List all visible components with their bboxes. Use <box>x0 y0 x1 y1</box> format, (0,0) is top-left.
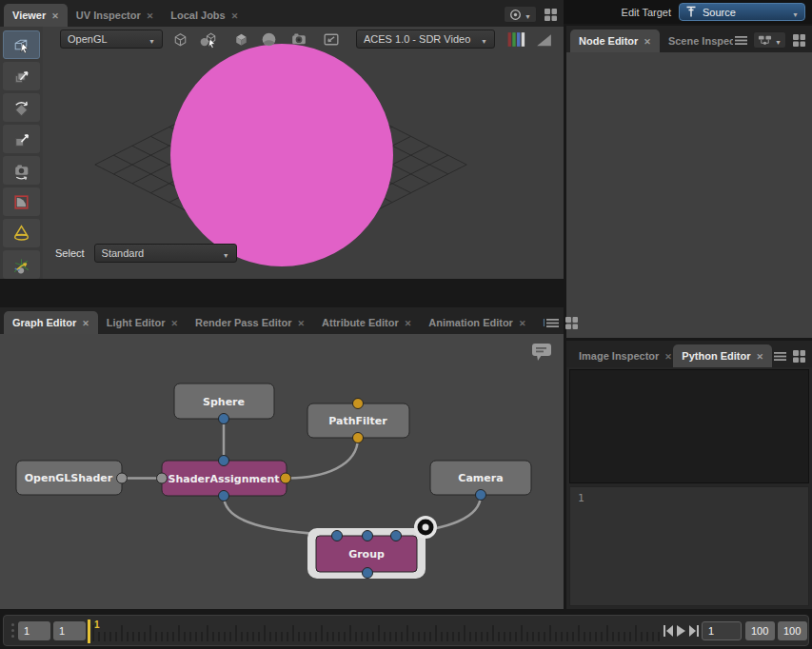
hamburger-menu-icon[interactable] <box>735 35 747 46</box>
expansion-mode-icon[interactable] <box>198 30 220 49</box>
translate-tool-icon <box>11 67 31 87</box>
layout-grid-icon[interactable] <box>564 316 579 330</box>
camera-tool-icon <box>11 161 31 181</box>
tab-light-editor[interactable]: Light Editor <box>98 311 187 334</box>
line-number: 1 <box>578 492 584 504</box>
hamburger-menu-icon[interactable] <box>546 318 559 328</box>
timeline-inner: 1 1 1 1 100 <box>3 615 809 646</box>
viewer-body: OpenGL <box>0 27 564 279</box>
layout-grid-icon[interactable] <box>792 33 806 48</box>
tab-animation-editor[interactable]: Animation Editor <box>420 311 534 334</box>
channel-rgb-icon[interactable] <box>506 31 526 48</box>
playback-range-start-field[interactable]: 1 <box>53 621 86 640</box>
svg-text:Sphere: Sphere <box>203 396 245 408</box>
scale-tool-icon <box>11 129 31 149</box>
tab-graph-editor[interactable]: Graph Editor <box>4 311 98 334</box>
camera-tool-button[interactable] <box>3 156 40 185</box>
close-icon[interactable] <box>171 317 179 328</box>
tab-uv-inspector[interactable]: UV Inspector <box>68 4 162 27</box>
light-position-tool-button[interactable] <box>3 250 40 279</box>
edit-target-dropdown[interactable]: Source <box>679 3 805 21</box>
rotate-tool-button[interactable] <box>3 93 40 122</box>
grip-handle[interactable] <box>11 635 14 638</box>
tab-scene-inspector[interactable]: Scene Inspecto <box>660 30 733 52</box>
tab-label: Local Jobs <box>170 10 225 21</box>
close-icon[interactable] <box>51 10 59 21</box>
tab-label: Node Editor <box>579 35 638 47</box>
skip-to-start-button[interactable] <box>663 624 674 638</box>
close-icon[interactable] <box>82 317 89 328</box>
close-icon[interactable] <box>231 10 239 21</box>
tab-node-editor[interactable]: Node Editor <box>570 30 660 52</box>
layout-grid-icon[interactable] <box>544 8 558 22</box>
close-icon[interactable] <box>298 317 306 328</box>
python-output-area[interactable] <box>569 369 809 483</box>
viewer-panel: Viewer UV Inspector Local Jobs <box>0 0 564 279</box>
hamburger-menu-icon[interactable] <box>774 351 786 362</box>
chevron-down-icon <box>223 245 229 262</box>
snapshot-compare-icon[interactable] <box>321 30 342 49</box>
graph-editor-body: Sphere PathFilter OpenGLShader ShaderAss… <box>0 334 564 609</box>
close-icon[interactable] <box>405 317 412 328</box>
skip-to-end-button[interactable] <box>688 624 700 638</box>
tab-label: Scene Inspecto <box>668 35 733 47</box>
node-editor-panel: Node Editor Scene Inspecto <box>566 26 812 338</box>
frame-range-end-field[interactable]: 100 <box>778 621 807 640</box>
spot-light-tool-icon <box>11 224 31 244</box>
node-openglshader[interactable]: OpenGLShader <box>16 461 122 495</box>
play-button[interactable] <box>676 624 686 638</box>
layout-grid-icon[interactable] <box>792 349 806 364</box>
playhead-frame-label: 1 <box>94 620 100 630</box>
solid-shading-icon[interactable] <box>231 30 251 49</box>
timeline-bar: 1 1 1 1 100 <box>0 612 812 649</box>
python-input-area[interactable]: 1 <box>569 486 809 606</box>
close-icon[interactable] <box>664 350 672 362</box>
tab-label: Graph Editor <box>12 317 76 328</box>
close-icon[interactable] <box>147 10 154 21</box>
viewer-footer: Select Standard <box>43 242 564 265</box>
tab-image-inspector[interactable]: Image Inspector <box>570 344 673 367</box>
grip-handle[interactable] <box>11 623 14 626</box>
select-tool-button[interactable] <box>3 30 40 59</box>
exposure-gamma-icon[interactable] <box>535 32 553 48</box>
playback-range-end-field[interactable]: 100 <box>745 621 775 640</box>
chevron-down-icon <box>525 6 531 23</box>
frame-range-start-field[interactable]: 1 <box>18 621 50 640</box>
tab-viewer[interactable]: Viewer <box>4 4 68 27</box>
renderer-dropdown[interactable]: OpenGL <box>60 30 163 49</box>
gaffer-window: Gaffer File Edit Layout Help Tools Edit … <box>0 0 812 649</box>
close-icon[interactable] <box>519 317 526 328</box>
close-icon[interactable] <box>756 350 763 362</box>
tab-label: Viewer <box>12 10 46 21</box>
current-frame-field[interactable]: 1 <box>702 621 742 640</box>
scale-tool-button[interactable] <box>3 125 40 153</box>
tab-python-editor[interactable]: Python Editor <box>673 344 772 367</box>
playhead[interactable] <box>88 620 90 643</box>
camera-settings-icon[interactable] <box>288 30 309 49</box>
timeline-ruler-minor[interactable] <box>92 632 661 641</box>
select-mode-dropdown[interactable]: Standard <box>94 244 237 263</box>
close-icon[interactable] <box>644 35 651 47</box>
display-transform-value: ACES 1.0 - SDR Video <box>364 33 475 45</box>
tab-primitive-inspector[interactable]: Prim <box>534 311 545 334</box>
sphere-object[interactable] <box>170 44 393 266</box>
grip-handle[interactable] <box>11 629 14 632</box>
editor-focus-menu-button[interactable] <box>504 6 537 23</box>
tab-label: Attribute Editor <box>322 317 399 328</box>
node-graph-canvas[interactable]: Sphere PathFilter OpenGLShader ShaderAss… <box>0 334 564 609</box>
node-editor-body[interactable] <box>566 52 812 338</box>
tab-attribute-editor[interactable]: Attribute Editor <box>313 311 420 334</box>
display-transform-dropdown[interactable]: ACES 1.0 - SDR Video <box>356 30 495 49</box>
spot-light-tool-button[interactable] <box>3 219 40 247</box>
tab-local-jobs[interactable]: Local Jobs <box>162 4 247 27</box>
crop-window-tool-button[interactable] <box>3 187 40 216</box>
translate-tool-button[interactable] <box>3 62 40 90</box>
tab-render-pass-editor[interactable]: Render Pass Editor <box>187 311 313 334</box>
lighting-mode-icon[interactable] <box>259 30 279 49</box>
python-editor-body: 1 <box>566 367 812 609</box>
focus-indicator[interactable] <box>414 516 437 539</box>
wireframe-shading-icon[interactable] <box>170 30 190 49</box>
target-circle-icon <box>509 9 522 21</box>
annotation-bubble-icon[interactable] <box>529 342 554 364</box>
node-focus-menu-button[interactable] <box>753 31 786 49</box>
